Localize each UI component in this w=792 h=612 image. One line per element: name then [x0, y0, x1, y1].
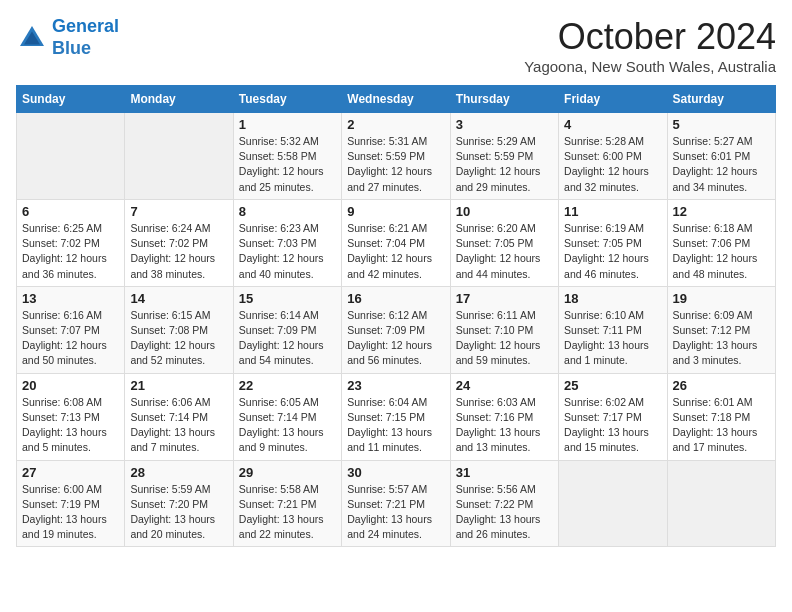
- day-info: Sunrise: 5:29 AM Sunset: 5:59 PM Dayligh…: [456, 134, 553, 195]
- logo-text: General Blue: [52, 16, 119, 59]
- week-row-4: 20Sunrise: 6:08 AM Sunset: 7:13 PM Dayli…: [17, 373, 776, 460]
- day-info: Sunrise: 6:06 AM Sunset: 7:14 PM Dayligh…: [130, 395, 227, 456]
- calendar-cell: 13Sunrise: 6:16 AM Sunset: 7:07 PM Dayli…: [17, 286, 125, 373]
- day-number: 27: [22, 465, 119, 480]
- logo-icon: [16, 22, 48, 54]
- calendar-cell: 8Sunrise: 6:23 AM Sunset: 7:03 PM Daylig…: [233, 199, 341, 286]
- day-number: 22: [239, 378, 336, 393]
- day-info: Sunrise: 5:32 AM Sunset: 5:58 PM Dayligh…: [239, 134, 336, 195]
- calendar-cell: 28Sunrise: 5:59 AM Sunset: 7:20 PM Dayli…: [125, 460, 233, 547]
- calendar-cell: 23Sunrise: 6:04 AM Sunset: 7:15 PM Dayli…: [342, 373, 450, 460]
- day-info: Sunrise: 6:24 AM Sunset: 7:02 PM Dayligh…: [130, 221, 227, 282]
- day-number: 6: [22, 204, 119, 219]
- page-header: General Blue October 2024 Yagoona, New S…: [16, 16, 776, 75]
- day-info: Sunrise: 6:16 AM Sunset: 7:07 PM Dayligh…: [22, 308, 119, 369]
- day-of-week-sunday: Sunday: [17, 86, 125, 113]
- day-number: 20: [22, 378, 119, 393]
- day-info: Sunrise: 6:00 AM Sunset: 7:19 PM Dayligh…: [22, 482, 119, 543]
- day-number: 25: [564, 378, 661, 393]
- logo: General Blue: [16, 16, 119, 59]
- calendar-cell: 9Sunrise: 6:21 AM Sunset: 7:04 PM Daylig…: [342, 199, 450, 286]
- day-info: Sunrise: 6:20 AM Sunset: 7:05 PM Dayligh…: [456, 221, 553, 282]
- day-info: Sunrise: 6:02 AM Sunset: 7:17 PM Dayligh…: [564, 395, 661, 456]
- day-number: 18: [564, 291, 661, 306]
- day-info: Sunrise: 6:18 AM Sunset: 7:06 PM Dayligh…: [673, 221, 770, 282]
- calendar-cell: 12Sunrise: 6:18 AM Sunset: 7:06 PM Dayli…: [667, 199, 775, 286]
- day-info: Sunrise: 6:21 AM Sunset: 7:04 PM Dayligh…: [347, 221, 444, 282]
- calendar-cell: 10Sunrise: 6:20 AM Sunset: 7:05 PM Dayli…: [450, 199, 558, 286]
- week-row-5: 27Sunrise: 6:00 AM Sunset: 7:19 PM Dayli…: [17, 460, 776, 547]
- day-info: Sunrise: 5:59 AM Sunset: 7:20 PM Dayligh…: [130, 482, 227, 543]
- calendar-cell: 1Sunrise: 5:32 AM Sunset: 5:58 PM Daylig…: [233, 113, 341, 200]
- day-number: 1: [239, 117, 336, 132]
- calendar-cell: 11Sunrise: 6:19 AM Sunset: 7:05 PM Dayli…: [559, 199, 667, 286]
- day-number: 23: [347, 378, 444, 393]
- day-info: Sunrise: 6:09 AM Sunset: 7:12 PM Dayligh…: [673, 308, 770, 369]
- day-info: Sunrise: 5:31 AM Sunset: 5:59 PM Dayligh…: [347, 134, 444, 195]
- calendar-cell: 29Sunrise: 5:58 AM Sunset: 7:21 PM Dayli…: [233, 460, 341, 547]
- day-of-week-friday: Friday: [559, 86, 667, 113]
- day-number: 24: [456, 378, 553, 393]
- day-info: Sunrise: 6:15 AM Sunset: 7:08 PM Dayligh…: [130, 308, 227, 369]
- calendar-cell: 18Sunrise: 6:10 AM Sunset: 7:11 PM Dayli…: [559, 286, 667, 373]
- calendar-cell: [559, 460, 667, 547]
- day-number: 9: [347, 204, 444, 219]
- calendar-cell: 7Sunrise: 6:24 AM Sunset: 7:02 PM Daylig…: [125, 199, 233, 286]
- day-info: Sunrise: 6:19 AM Sunset: 7:05 PM Dayligh…: [564, 221, 661, 282]
- calendar-cell: [125, 113, 233, 200]
- calendar-cell: 24Sunrise: 6:03 AM Sunset: 7:16 PM Dayli…: [450, 373, 558, 460]
- day-info: Sunrise: 5:56 AM Sunset: 7:22 PM Dayligh…: [456, 482, 553, 543]
- calendar-cell: 26Sunrise: 6:01 AM Sunset: 7:18 PM Dayli…: [667, 373, 775, 460]
- calendar-cell: 31Sunrise: 5:56 AM Sunset: 7:22 PM Dayli…: [450, 460, 558, 547]
- day-of-week-wednesday: Wednesday: [342, 86, 450, 113]
- day-info: Sunrise: 6:04 AM Sunset: 7:15 PM Dayligh…: [347, 395, 444, 456]
- calendar-cell: 19Sunrise: 6:09 AM Sunset: 7:12 PM Dayli…: [667, 286, 775, 373]
- day-number: 28: [130, 465, 227, 480]
- day-info: Sunrise: 5:27 AM Sunset: 6:01 PM Dayligh…: [673, 134, 770, 195]
- day-number: 17: [456, 291, 553, 306]
- calendar-cell: [17, 113, 125, 200]
- day-info: Sunrise: 6:12 AM Sunset: 7:09 PM Dayligh…: [347, 308, 444, 369]
- day-number: 3: [456, 117, 553, 132]
- day-number: 8: [239, 204, 336, 219]
- day-number: 10: [456, 204, 553, 219]
- day-number: 26: [673, 378, 770, 393]
- calendar-header-row: SundayMondayTuesdayWednesdayThursdayFrid…: [17, 86, 776, 113]
- day-number: 19: [673, 291, 770, 306]
- calendar-cell: 3Sunrise: 5:29 AM Sunset: 5:59 PM Daylig…: [450, 113, 558, 200]
- calendar-cell: 30Sunrise: 5:57 AM Sunset: 7:21 PM Dayli…: [342, 460, 450, 547]
- week-row-3: 13Sunrise: 6:16 AM Sunset: 7:07 PM Dayli…: [17, 286, 776, 373]
- calendar-cell: 17Sunrise: 6:11 AM Sunset: 7:10 PM Dayli…: [450, 286, 558, 373]
- calendar-cell: 2Sunrise: 5:31 AM Sunset: 5:59 PM Daylig…: [342, 113, 450, 200]
- day-number: 2: [347, 117, 444, 132]
- calendar-cell: 20Sunrise: 6:08 AM Sunset: 7:13 PM Dayli…: [17, 373, 125, 460]
- calendar-cell: 4Sunrise: 5:28 AM Sunset: 6:00 PM Daylig…: [559, 113, 667, 200]
- week-row-1: 1Sunrise: 5:32 AM Sunset: 5:58 PM Daylig…: [17, 113, 776, 200]
- day-info: Sunrise: 6:14 AM Sunset: 7:09 PM Dayligh…: [239, 308, 336, 369]
- calendar-cell: 21Sunrise: 6:06 AM Sunset: 7:14 PM Dayli…: [125, 373, 233, 460]
- week-row-2: 6Sunrise: 6:25 AM Sunset: 7:02 PM Daylig…: [17, 199, 776, 286]
- logo-line1: General: [52, 16, 119, 36]
- day-number: 11: [564, 204, 661, 219]
- day-of-week-monday: Monday: [125, 86, 233, 113]
- day-number: 16: [347, 291, 444, 306]
- calendar-cell: 25Sunrise: 6:02 AM Sunset: 7:17 PM Dayli…: [559, 373, 667, 460]
- logo-line2: Blue: [52, 38, 91, 58]
- day-number: 14: [130, 291, 227, 306]
- day-number: 12: [673, 204, 770, 219]
- calendar-cell: 22Sunrise: 6:05 AM Sunset: 7:14 PM Dayli…: [233, 373, 341, 460]
- calendar-cell: 6Sunrise: 6:25 AM Sunset: 7:02 PM Daylig…: [17, 199, 125, 286]
- calendar-cell: 14Sunrise: 6:15 AM Sunset: 7:08 PM Dayli…: [125, 286, 233, 373]
- day-number: 4: [564, 117, 661, 132]
- day-number: 21: [130, 378, 227, 393]
- day-number: 7: [130, 204, 227, 219]
- day-info: Sunrise: 5:57 AM Sunset: 7:21 PM Dayligh…: [347, 482, 444, 543]
- day-info: Sunrise: 6:01 AM Sunset: 7:18 PM Dayligh…: [673, 395, 770, 456]
- day-info: Sunrise: 6:03 AM Sunset: 7:16 PM Dayligh…: [456, 395, 553, 456]
- day-info: Sunrise: 6:05 AM Sunset: 7:14 PM Dayligh…: [239, 395, 336, 456]
- title-block: October 2024 Yagoona, New South Wales, A…: [524, 16, 776, 75]
- day-number: 13: [22, 291, 119, 306]
- calendar-cell: 16Sunrise: 6:12 AM Sunset: 7:09 PM Dayli…: [342, 286, 450, 373]
- calendar-cell: 27Sunrise: 6:00 AM Sunset: 7:19 PM Dayli…: [17, 460, 125, 547]
- calendar-cell: 15Sunrise: 6:14 AM Sunset: 7:09 PM Dayli…: [233, 286, 341, 373]
